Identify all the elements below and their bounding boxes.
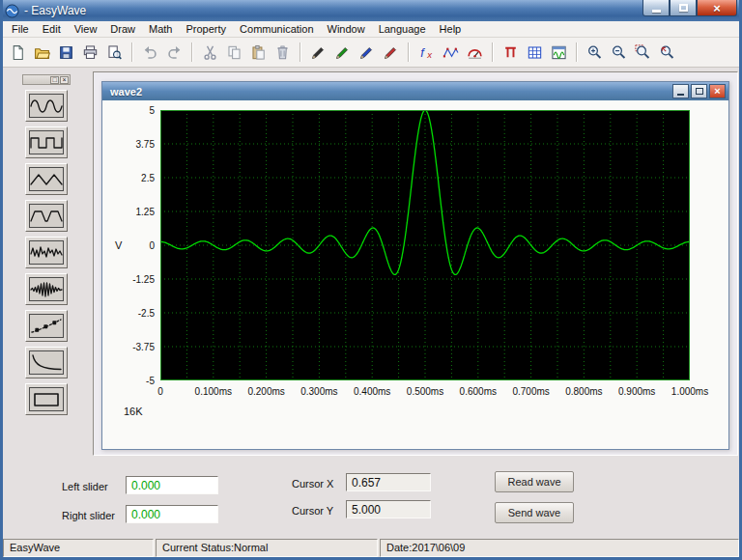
x-tick-label: 0.100ms (195, 386, 232, 397)
toolbox-header[interactable]: □ × (22, 74, 71, 85)
grid-button[interactable] (523, 41, 546, 64)
toolbox-close-button[interactable]: × (60, 76, 69, 84)
right-slider-value-field[interactable] (126, 505, 218, 523)
status-panel-0: EasyWave (3, 539, 154, 557)
menu-window[interactable]: Window (321, 22, 372, 36)
menu-edit[interactable]: Edit (36, 22, 68, 36)
right-slider-label: Right slider (62, 510, 115, 521)
wave-burst-button[interactable] (25, 273, 68, 305)
x-tick-label: 0 (157, 386, 163, 397)
menu-math[interactable]: Math (142, 22, 179, 36)
new-button[interactable] (6, 41, 29, 64)
menu-communication[interactable]: Communication (233, 22, 320, 36)
print-button[interactable] (78, 41, 101, 64)
zoom-out-button[interactable] (607, 41, 630, 64)
send-wave-button[interactable]: Send wave (495, 502, 574, 523)
copy-icon (226, 44, 243, 61)
controls-panel: Left slider Right slider Cursor X Cursor… (0, 460, 742, 539)
cut-icon (202, 44, 218, 61)
waveform-plot[interactable] (160, 110, 690, 380)
zoom-window-button[interactable] (631, 41, 654, 64)
pen-blue-button[interactable] (355, 41, 378, 64)
menu-language[interactable]: Language (372, 22, 433, 36)
save-button[interactable] (54, 41, 77, 64)
pen-green-button[interactable] (330, 41, 354, 64)
menu-property[interactable]: Property (180, 22, 234, 36)
new-icon (10, 44, 26, 61)
undo-button[interactable] (138, 41, 161, 64)
wave-exp-decay-button[interactable] (25, 347, 68, 378)
menu-file[interactable]: File (5, 22, 36, 36)
insert-function-button[interactable]: fx (414, 41, 438, 64)
gauge-button[interactable] (463, 41, 486, 64)
toolbar-separator (191, 42, 193, 62)
left-slider-value-field[interactable] (126, 476, 218, 494)
zoom-in-button[interactable] (583, 41, 606, 64)
cursor-markers-button[interactable] (499, 41, 522, 64)
cut-button[interactable] (198, 41, 221, 64)
undo-icon (142, 44, 158, 61)
print-icon (82, 44, 99, 61)
status-panel-1: Current Status:Normal (156, 539, 378, 557)
pen-black-button[interactable] (306, 41, 329, 64)
x-tick-label: 0.600ms (460, 386, 497, 397)
zoom-in-icon (586, 44, 603, 61)
point-draw-wave-icon (29, 314, 64, 338)
wave2-close-button[interactable]: × (709, 84, 726, 98)
minimize-button[interactable] (642, 0, 670, 16)
save-icon (58, 44, 74, 61)
wave-sine-button[interactable] (25, 90, 68, 122)
read-wave-button[interactable]: Read wave (495, 471, 574, 492)
x-tick-label: 1.000ms (671, 386, 708, 397)
wave2-titlebar[interactable]: wave2 × (102, 82, 728, 100)
open-button[interactable] (30, 41, 53, 64)
zoom-window-icon (635, 44, 651, 61)
cursor-x-value-field[interactable] (346, 473, 431, 491)
menu-view[interactable]: View (68, 22, 104, 36)
cursor-x-label: Cursor X (292, 478, 333, 490)
wave2-title: wave2 (110, 86, 671, 98)
copy-button[interactable] (222, 41, 245, 64)
pen-red-icon (383, 44, 399, 61)
close-button[interactable]: × (697, 0, 737, 16)
wave-square-button[interactable] (25, 126, 68, 158)
delete-button[interactable] (271, 41, 294, 64)
menu-draw[interactable]: Draw (103, 22, 142, 36)
redo-button[interactable] (162, 41, 186, 64)
close-icon: × (713, 2, 721, 14)
wave-rectangle-button[interactable] (25, 383, 68, 415)
maximize-button[interactable] (670, 0, 697, 16)
delete-icon (274, 44, 291, 61)
window-title: - EasyWave (24, 4, 86, 17)
cursor-y-value-field[interactable] (346, 500, 431, 518)
menu-help[interactable]: Help (433, 22, 469, 36)
titlebar[interactable]: - EasyWave × (0, 0, 742, 21)
wave-point-draw-button[interactable] (25, 310, 68, 342)
wave-toolbox: □ × (22, 74, 71, 415)
wave-parameter-button[interactable] (547, 41, 570, 64)
minimize-icon (677, 94, 684, 96)
x-tick-label: 0.400ms (354, 386, 390, 397)
toolbar-separator (300, 42, 301, 62)
paste-button[interactable] (246, 41, 270, 64)
print-preview-button[interactable] (102, 41, 126, 64)
x-tick-label: 0.300ms (300, 386, 337, 397)
noise-wave-icon (29, 240, 64, 265)
square-wave-icon (29, 130, 64, 154)
pen-red-button[interactable] (379, 41, 402, 64)
wave2-minimize-button[interactable] (672, 84, 689, 98)
y-tick-label: -3.75 (120, 342, 155, 352)
toolbox-dock-button[interactable]: □ (50, 76, 59, 84)
y-tick-label: 3.75 (120, 139, 155, 150)
rectangle-wave-icon (29, 387, 64, 411)
wave2-maximize-button[interactable] (691, 84, 707, 98)
wave-trapezoid-button[interactable] (25, 200, 68, 232)
y-tick-label: -2.5 (120, 308, 155, 319)
wave-noise-button[interactable] (25, 237, 68, 268)
wave2-body: V 16K 53.752.51.250-1.25-2.5-3.75-500.10… (102, 100, 728, 449)
y-tick-label: -5 (120, 376, 155, 386)
wave-triangle-button[interactable] (25, 163, 68, 195)
zoom-previous-button[interactable] (655, 41, 678, 64)
close-icon: × (714, 86, 720, 97)
edit-points-button[interactable] (439, 41, 462, 64)
